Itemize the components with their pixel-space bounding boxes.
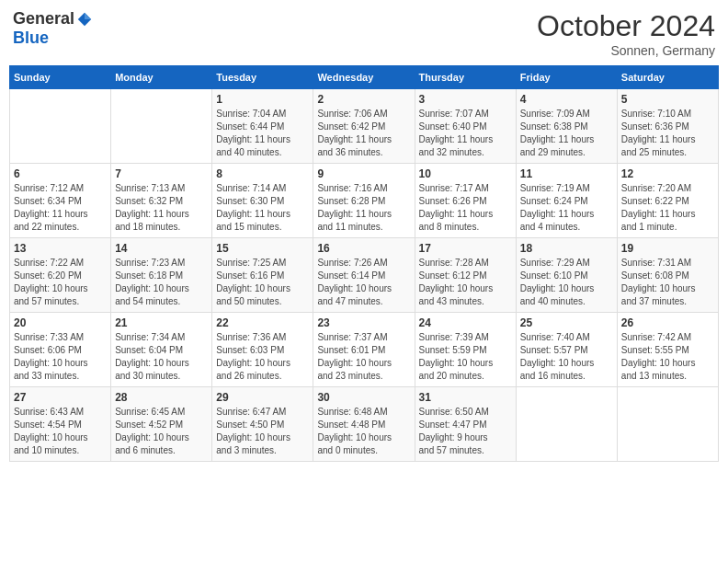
day-info: Sunrise: 7:29 AM Sunset: 6:10 PM Dayligh… (520, 257, 613, 308)
page-header: General Blue October 2024 Sonnen, German… (9, 9, 719, 58)
calendar-cell: 19Sunrise: 7:31 AM Sunset: 6:08 PM Dayli… (617, 238, 718, 313)
day-number: 29 (216, 391, 309, 404)
day-number: 23 (317, 316, 410, 329)
day-number: 20 (14, 316, 107, 329)
day-number: 17 (419, 242, 512, 255)
calendar-cell (516, 387, 617, 462)
day-number: 15 (216, 242, 309, 255)
calendar-cell: 1Sunrise: 7:04 AM Sunset: 6:44 PM Daylig… (212, 89, 313, 164)
day-info: Sunrise: 7:10 AM Sunset: 6:36 PM Dayligh… (621, 108, 714, 159)
day-info: Sunrise: 7:04 AM Sunset: 6:44 PM Dayligh… (216, 108, 309, 159)
day-info: Sunrise: 6:48 AM Sunset: 4:48 PM Dayligh… (317, 406, 410, 457)
calendar-cell: 6Sunrise: 7:12 AM Sunset: 6:34 PM Daylig… (10, 164, 111, 238)
calendar-cell: 10Sunrise: 7:17 AM Sunset: 6:26 PM Dayli… (415, 164, 516, 238)
calendar-cell (10, 89, 111, 164)
day-info: Sunrise: 7:36 AM Sunset: 6:03 PM Dayligh… (216, 331, 309, 383)
calendar-cell: 24Sunrise: 7:39 AM Sunset: 5:59 PM Dayli… (415, 313, 516, 387)
day-info: Sunrise: 7:13 AM Sunset: 6:32 PM Dayligh… (115, 182, 208, 234)
calendar-cell: 16Sunrise: 7:26 AM Sunset: 6:14 PM Dayli… (313, 238, 415, 313)
calendar-week-3: 13Sunrise: 7:22 AM Sunset: 6:20 PM Dayli… (10, 238, 719, 313)
day-info: Sunrise: 7:17 AM Sunset: 6:26 PM Dayligh… (419, 182, 512, 234)
day-number: 2 (317, 93, 410, 106)
calendar-cell: 28Sunrise: 6:45 AM Sunset: 4:52 PM Dayli… (111, 387, 212, 462)
calendar-week-4: 20Sunrise: 7:33 AM Sunset: 6:06 PM Dayli… (10, 313, 719, 387)
calendar-table: SundayMondayTuesdayWednesdayThursdayFrid… (9, 65, 719, 462)
day-number: 1 (216, 93, 309, 106)
col-header-thursday: Thursday (415, 66, 516, 89)
logo-blue: Blue (13, 29, 49, 48)
col-header-wednesday: Wednesday (313, 66, 415, 89)
calendar-cell: 20Sunrise: 7:33 AM Sunset: 6:06 PM Dayli… (10, 313, 111, 387)
day-info: Sunrise: 7:16 AM Sunset: 6:28 PM Dayligh… (317, 182, 410, 234)
calendar-cell: 30Sunrise: 6:48 AM Sunset: 4:48 PM Dayli… (313, 387, 415, 462)
day-number: 24 (419, 316, 512, 329)
calendar-cell: 23Sunrise: 7:37 AM Sunset: 6:01 PM Dayli… (313, 313, 415, 387)
logo-icon (76, 11, 93, 28)
day-number: 19 (621, 242, 714, 255)
logo-general: General (13, 9, 74, 29)
day-number: 3 (419, 93, 512, 106)
calendar-header-row: SundayMondayTuesdayWednesdayThursdayFrid… (10, 66, 719, 89)
day-number: 5 (621, 93, 714, 106)
calendar-week-5: 27Sunrise: 6:43 AM Sunset: 4:54 PM Dayli… (10, 387, 719, 462)
calendar-cell: 27Sunrise: 6:43 AM Sunset: 4:54 PM Dayli… (10, 387, 111, 462)
day-number: 21 (115, 316, 208, 329)
calendar-cell: 25Sunrise: 7:40 AM Sunset: 5:57 PM Dayli… (516, 313, 617, 387)
day-info: Sunrise: 6:47 AM Sunset: 4:50 PM Dayligh… (216, 406, 309, 457)
day-info: Sunrise: 7:31 AM Sunset: 6:08 PM Dayligh… (621, 257, 714, 308)
month-title: October 2024 (537, 9, 715, 43)
day-number: 14 (115, 242, 208, 255)
day-number: 8 (216, 167, 309, 180)
col-header-tuesday: Tuesday (212, 66, 313, 89)
calendar-week-2: 6Sunrise: 7:12 AM Sunset: 6:34 PM Daylig… (10, 164, 719, 238)
day-number: 9 (317, 167, 410, 180)
calendar-cell: 5Sunrise: 7:10 AM Sunset: 6:36 PM Daylig… (617, 89, 718, 164)
day-info: Sunrise: 6:50 AM Sunset: 4:47 PM Dayligh… (419, 406, 512, 457)
day-info: Sunrise: 7:12 AM Sunset: 6:34 PM Dayligh… (14, 182, 107, 234)
day-number: 12 (621, 167, 714, 180)
day-number: 22 (216, 316, 309, 329)
day-info: Sunrise: 7:19 AM Sunset: 6:24 PM Dayligh… (520, 182, 613, 234)
day-info: Sunrise: 7:20 AM Sunset: 6:22 PM Dayligh… (621, 182, 714, 234)
day-info: Sunrise: 7:40 AM Sunset: 5:57 PM Dayligh… (520, 331, 613, 383)
day-info: Sunrise: 7:23 AM Sunset: 6:18 PM Dayligh… (115, 257, 208, 308)
calendar-cell (617, 387, 718, 462)
calendar-cell: 2Sunrise: 7:06 AM Sunset: 6:42 PM Daylig… (313, 89, 415, 164)
logo: General Blue (13, 9, 93, 48)
calendar-cell (111, 89, 212, 164)
day-info: Sunrise: 7:33 AM Sunset: 6:06 PM Dayligh… (14, 331, 107, 383)
col-header-saturday: Saturday (617, 66, 718, 89)
calendar-cell: 18Sunrise: 7:29 AM Sunset: 6:10 PM Dayli… (516, 238, 617, 313)
calendar-cell: 4Sunrise: 7:09 AM Sunset: 6:38 PM Daylig… (516, 89, 617, 164)
day-number: 4 (520, 93, 613, 106)
col-header-monday: Monday (111, 66, 212, 89)
day-info: Sunrise: 7:25 AM Sunset: 6:16 PM Dayligh… (216, 257, 309, 308)
calendar-cell: 12Sunrise: 7:20 AM Sunset: 6:22 PM Dayli… (617, 164, 718, 238)
day-number: 27 (14, 391, 107, 404)
calendar-week-1: 1Sunrise: 7:04 AM Sunset: 6:44 PM Daylig… (10, 89, 719, 164)
svg-marker-1 (85, 12, 91, 18)
day-number: 31 (419, 391, 512, 404)
day-info: Sunrise: 7:22 AM Sunset: 6:20 PM Dayligh… (14, 257, 107, 308)
calendar-cell: 15Sunrise: 7:25 AM Sunset: 6:16 PM Dayli… (212, 238, 313, 313)
day-info: Sunrise: 6:45 AM Sunset: 4:52 PM Dayligh… (115, 406, 208, 457)
col-header-friday: Friday (516, 66, 617, 89)
calendar-cell: 26Sunrise: 7:42 AM Sunset: 5:55 PM Dayli… (617, 313, 718, 387)
day-number: 16 (317, 242, 410, 255)
day-number: 30 (317, 391, 410, 404)
calendar-cell: 7Sunrise: 7:13 AM Sunset: 6:32 PM Daylig… (111, 164, 212, 238)
location-subtitle: Sonnen, Germany (537, 43, 715, 58)
calendar-cell: 31Sunrise: 6:50 AM Sunset: 4:47 PM Dayli… (415, 387, 516, 462)
day-number: 26 (621, 316, 714, 329)
calendar-cell: 22Sunrise: 7:36 AM Sunset: 6:03 PM Dayli… (212, 313, 313, 387)
day-number: 10 (419, 167, 512, 180)
day-number: 18 (520, 242, 613, 255)
day-number: 7 (115, 167, 208, 180)
day-info: Sunrise: 7:39 AM Sunset: 5:59 PM Dayligh… (419, 331, 512, 383)
day-info: Sunrise: 7:34 AM Sunset: 6:04 PM Dayligh… (115, 331, 208, 383)
calendar-cell: 13Sunrise: 7:22 AM Sunset: 6:20 PM Dayli… (10, 238, 111, 313)
day-info: Sunrise: 7:42 AM Sunset: 5:55 PM Dayligh… (621, 331, 714, 383)
day-info: Sunrise: 7:06 AM Sunset: 6:42 PM Dayligh… (317, 108, 410, 159)
day-info: Sunrise: 7:28 AM Sunset: 6:12 PM Dayligh… (419, 257, 512, 308)
day-info: Sunrise: 6:43 AM Sunset: 4:54 PM Dayligh… (14, 406, 107, 457)
